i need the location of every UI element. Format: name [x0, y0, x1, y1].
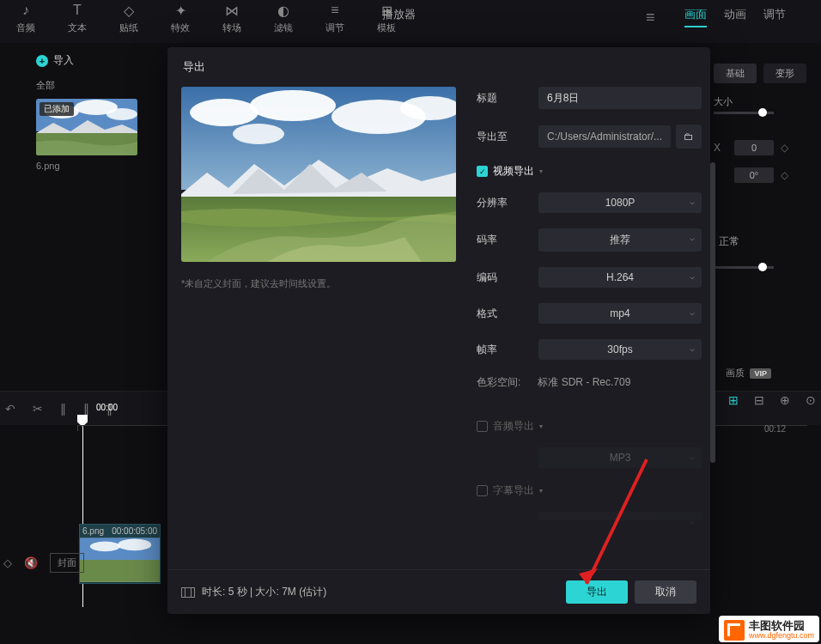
preview-thumbnail — [181, 87, 456, 262]
opacity-slider[interactable] — [714, 266, 774, 269]
encoding-label: 编码 — [477, 270, 538, 285]
bitrate-select[interactable]: 推荐 — [538, 228, 702, 252]
video-export-section[interactable]: ✓ 视频导出 ▾ — [477, 164, 702, 179]
subtitle-export-checkbox[interactable] — [477, 485, 488, 496]
quality-badge: 画质 VIP — [726, 367, 771, 380]
size-slider[interactable] — [714, 112, 774, 114]
colorspace-value: 标准 SDR - Rec.709 — [538, 376, 630, 388]
preview-note: *未自定义封面，建议去时间线设置。 — [181, 277, 456, 290]
player-menu-icon[interactable]: ≡ — [646, 9, 655, 27]
right-panel: 基础变形 大小 X0◇ 0°◇ 正常 — [705, 43, 821, 277]
split-left-icon[interactable]: ‖ — [60, 402, 66, 416]
track-icon-4[interactable]: ⊙ — [806, 393, 816, 407]
title-input[interactable] — [538, 87, 702, 109]
fps-label: 帧率 — [477, 343, 538, 357]
resolution-select[interactable]: 1080P — [538, 192, 702, 213]
svg-point-12 — [250, 90, 336, 121]
tab-adjust[interactable]: 调节 — [763, 7, 786, 27]
film-icon — [181, 587, 195, 598]
x-label: X — [714, 142, 727, 154]
deform-button[interactable]: 变形 — [763, 64, 806, 83]
cover-button[interactable]: 封面 — [50, 553, 84, 573]
player-label: 播放器 — [382, 7, 416, 22]
basic-button[interactable]: 基础 — [714, 64, 757, 83]
form-scrollbar[interactable] — [710, 162, 715, 463]
audio-export-checkbox[interactable] — [477, 421, 488, 432]
split-mid-icon[interactable]: ‖ — [83, 402, 89, 416]
clip-duration: 00:00:05:00 — [112, 526, 157, 536]
tool-adjust[interactable]: ≡调节 — [309, 0, 361, 34]
vip-badge: VIP — [750, 368, 771, 379]
export-button[interactable]: 导出 — [566, 580, 628, 604]
svg-point-11 — [190, 99, 258, 126]
watermark-title: 丰图软件园 — [749, 620, 814, 632]
encoding-select[interactable]: H.264 — [538, 267, 702, 288]
tool-text[interactable]: T文本 — [52, 0, 103, 34]
path-label: 导出至 — [477, 130, 538, 144]
resolution-label: 分辨率 — [477, 196, 538, 210]
track-controls: ◇ 🔇 封面 — [3, 553, 84, 573]
audio-export-section[interactable]: 音频导出 ▾ — [477, 419, 702, 434]
track-icon-2[interactable]: ⊟ — [754, 393, 764, 407]
svg-point-7 — [90, 541, 120, 551]
rot-stepper[interactable]: ◇ — [781, 169, 793, 181]
audio-format-select: MP3 — [538, 447, 702, 468]
tab-animation[interactable]: 动画 — [724, 7, 746, 27]
timeline-clip[interactable]: 6.png00:00:05:00 — [79, 524, 161, 584]
browse-folder-button[interactable]: 🗀 — [676, 125, 702, 149]
text-icon: T — [52, 2, 103, 19]
track-icon-1[interactable]: ⊞ — [728, 393, 739, 407]
format-select[interactable]: mp4 — [538, 303, 702, 324]
title-label: 标题 — [477, 91, 538, 106]
watermark-logo-icon — [724, 620, 745, 641]
ruler-tick-label: 00:12 — [764, 424, 786, 434]
watermark-url: www.dgfengtu.com — [749, 632, 814, 641]
sticker-icon: ◇ — [103, 2, 155, 19]
size-label: 大小 — [714, 95, 812, 108]
rotation-value[interactable]: 0° — [734, 167, 774, 183]
dialog-title: 导出 — [167, 47, 710, 87]
tool-sticker[interactable]: ◇贴纸 — [103, 0, 155, 34]
tool-effect[interactable]: ✦特效 — [155, 0, 206, 34]
tool-filter[interactable]: ◐滤镜 — [258, 0, 309, 34]
svg-point-8 — [118, 539, 151, 551]
duration-info: 时长: 5 秒 | 大小: 7M (估计) — [181, 585, 326, 599]
export-dialog: 导出 — [167, 47, 710, 614]
lock-icon[interactable]: ◇ — [3, 556, 12, 569]
chevron-down-icon: ▾ — [539, 422, 543, 430]
all-label[interactable]: 全部 — [36, 79, 55, 92]
adjust-icon: ≡ — [309, 2, 361, 19]
svg-point-3 — [106, 108, 137, 120]
svg-rect-9 — [80, 560, 160, 581]
subtitle-export-section[interactable]: 字幕导出 ▾ — [477, 483, 702, 498]
video-export-checkbox[interactable]: ✓ — [477, 166, 488, 177]
folder-icon: 🗀 — [684, 131, 694, 143]
x-stepper[interactable]: ◇ — [781, 142, 793, 154]
cut-icon[interactable]: ✂ — [33, 402, 43, 416]
chevron-down-icon: ▾ — [539, 167, 543, 175]
path-display: C:/Users/Administrator/... — [538, 125, 671, 148]
tab-canvas[interactable]: 画面 — [684, 7, 707, 27]
colorspace-label: 色彩空间: — [477, 375, 535, 390]
mute-icon[interactable]: 🔇 — [24, 556, 38, 569]
tool-transition[interactable]: ⋈转场 — [206, 0, 258, 34]
tool-audio[interactable]: ♪音频 — [0, 0, 52, 34]
watermark: 丰图软件园 www.dgfengtu.com — [719, 616, 819, 642]
plus-icon: + — [36, 55, 48, 67]
cancel-button[interactable]: 取消 — [635, 580, 696, 604]
added-badge: 已添加 — [40, 102, 74, 116]
track-icon-3[interactable]: ⊕ — [780, 393, 790, 407]
audio-icon: ♪ — [0, 2, 52, 19]
transition-icon: ⋈ — [206, 2, 258, 19]
effect-icon: ✦ — [155, 2, 206, 19]
timeline-right-icons: ⊞ ⊟ ⊕ ⊙ — [728, 393, 816, 407]
right-tabs: 画面 动画 调节 — [672, 7, 821, 27]
subtitle-select — [538, 512, 702, 520]
media-caption: 6.png — [36, 161, 137, 171]
import-button[interactable]: + 导入 — [36, 53, 74, 68]
undo-icon[interactable]: ↶ — [5, 402, 15, 416]
media-thumb[interactable]: 已添加 6.png — [36, 99, 137, 171]
x-value[interactable]: 0 — [734, 140, 774, 155]
blend-value[interactable]: 正常 — [719, 234, 739, 249]
fps-select[interactable]: 30fps — [538, 339, 702, 360]
